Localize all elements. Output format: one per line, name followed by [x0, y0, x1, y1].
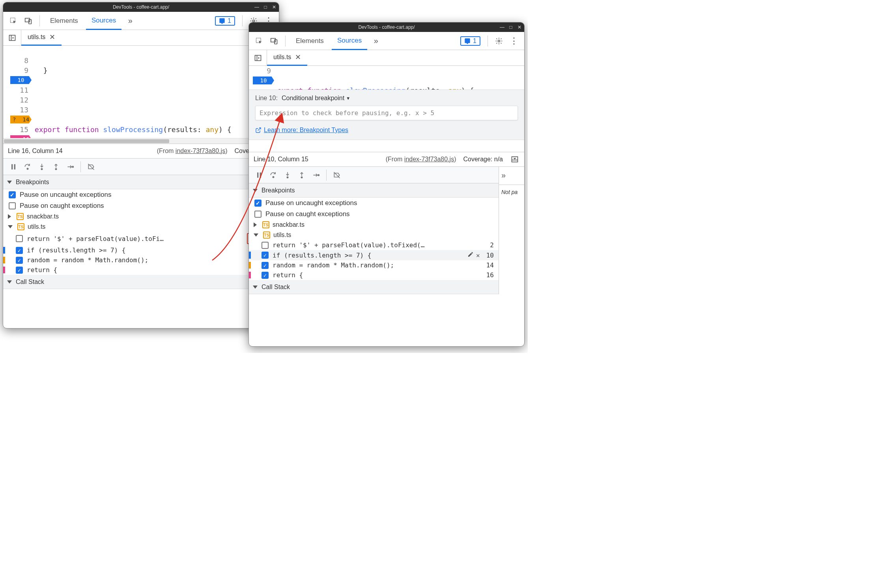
debugger-toolbar [249, 167, 499, 183]
checkbox-icon[interactable] [16, 267, 23, 274]
svg-point-11 [72, 166, 73, 167]
code-line: export function slowProcessing(results: … [35, 125, 279, 134]
edit-breakpoint-button[interactable] [467, 251, 474, 259]
tab-sources[interactable]: Sources [332, 32, 367, 50]
step-over-icon[interactable] [21, 161, 34, 173]
navigator-toggle-icon[interactable] [249, 50, 267, 66]
breakpoint-file-snackbar[interactable]: TSsnackbar.ts [3, 211, 279, 222]
breakpoint-item[interactable]: return '$' + parseFloat(value).toFixed(…… [249, 240, 499, 250]
callstack-header[interactable]: Call Stack [3, 275, 279, 289]
bp-type-dropdown[interactable]: Conditional breakpoint ▼ [282, 95, 350, 102]
step-icon[interactable] [310, 169, 322, 181]
code-editor[interactable]: 8 9 10 11 12 13 ? 14 15 ‥ 16 } export fu… [3, 46, 279, 138]
breakpoint-item[interactable]: random = random * Math.random();14 [249, 260, 499, 270]
step-out-icon[interactable] [50, 161, 62, 173]
tab-elements[interactable]: Elements [45, 12, 84, 30]
line-number[interactable]: 11 [20, 86, 28, 94]
pause-icon[interactable] [7, 161, 20, 173]
breakpoint-marker[interactable]: 10 [18, 77, 24, 83]
line-number[interactable]: 8 [24, 56, 28, 65]
titlebar[interactable]: DevTools - coffee-cart.app/ — □ ✕ [3, 2, 279, 12]
device-toggle-icon[interactable] [22, 15, 35, 27]
breakpoint-item[interactable]: return '$' + parseFloat(value).toFi… ✕ 2 [3, 232, 279, 245]
close-button[interactable]: ✕ [272, 4, 276, 10]
checkbox-icon[interactable] [9, 191, 16, 198]
minimize-button[interactable]: — [254, 4, 259, 10]
breakpoint-file-utils[interactable]: TSutils.ts [3, 222, 279, 232]
pause-caught-option[interactable]: Pause on caught exceptions [3, 200, 279, 211]
bp-condition-input[interactable]: Expression to check before pausing, e.g.… [255, 106, 518, 120]
collapse-icon[interactable] [510, 153, 519, 166]
breakpoint-item[interactable]: return {16 [3, 265, 279, 275]
breakpoint-marker[interactable]: 10 [260, 77, 267, 84]
source-link[interactable]: index-73f73a80.js [404, 156, 454, 162]
breakpoint-file-snackbar[interactable]: TSsnackbar.ts [249, 220, 499, 230]
pause-caught-option[interactable]: Pause on caught exceptions [249, 209, 499, 220]
line-number[interactable]: 12 [20, 96, 28, 104]
issues-badge[interactable]: 1 [460, 36, 480, 46]
kebab-icon[interactable]: ⋮ [508, 35, 520, 47]
line-number[interactable]: 15 [20, 125, 28, 134]
checkbox-icon[interactable] [262, 252, 269, 259]
breakpoint-file-utils[interactable]: TSutils.ts [249, 230, 499, 240]
breakpoint-item[interactable]: return {16 [249, 270, 499, 280]
maximize-button[interactable]: □ [263, 4, 268, 10]
source-link[interactable]: index-73f73a80.js [176, 147, 225, 154]
callstack-header[interactable]: Call Stack [249, 280, 499, 294]
tab-sources[interactable]: Sources [86, 12, 121, 30]
svg-point-23 [273, 176, 274, 177]
navigator-toggle-icon[interactable] [3, 30, 21, 46]
checkbox-icon[interactable] [262, 242, 269, 249]
minimize-button[interactable]: — [500, 24, 504, 30]
file-tab-utils[interactable]: utils.ts✕ [267, 50, 307, 66]
horizontal-scrollbar[interactable] [3, 138, 279, 144]
checkbox-icon[interactable] [16, 257, 23, 264]
breakpoint-item[interactable]: if (results.length >= 7) {10 [3, 245, 279, 255]
pause-uncaught-option[interactable]: Pause on uncaught exceptions [3, 189, 279, 200]
step-into-icon[interactable] [281, 169, 294, 181]
file-tab-utils[interactable]: utils.ts ✕ [21, 30, 62, 46]
issues-badge[interactable]: 1 [215, 16, 235, 26]
checkbox-icon[interactable] [254, 211, 262, 218]
breakpoints-header[interactable]: Breakpoints [249, 183, 499, 198]
inspect-icon[interactable] [7, 15, 20, 27]
more-tabs-icon[interactable]: » [370, 35, 382, 47]
learn-more-link[interactable]: Learn more: Breakpoint Types [255, 127, 348, 134]
code-editor[interactable]: 9 10 export function slowProcessing(resu… [249, 66, 524, 90]
device-toggle-icon[interactable] [268, 35, 280, 47]
maximize-button[interactable]: □ [508, 24, 513, 30]
close-button[interactable]: ✕ [517, 24, 522, 30]
checkbox-icon[interactable] [254, 200, 262, 207]
step-over-icon[interactable] [267, 169, 280, 181]
checkbox-icon[interactable] [16, 235, 23, 242]
step-out-icon[interactable] [295, 169, 308, 181]
inspect-icon[interactable] [253, 35, 265, 47]
deactivate-breakpoints-icon[interactable] [331, 169, 343, 181]
checkbox-icon[interactable] [262, 272, 269, 279]
titlebar[interactable]: DevTools - coffee-cart.app/ — □ ✕ [249, 22, 524, 32]
checkbox-icon[interactable] [16, 247, 23, 254]
pause-uncaught-option[interactable]: Pause on uncaught exceptions [249, 198, 499, 209]
conditional-breakpoint-marker[interactable]: ? 14 [13, 116, 29, 123]
line-number[interactable]: 13 [20, 106, 28, 114]
step-icon[interactable] [64, 161, 77, 173]
line-number[interactable]: 9 [24, 66, 28, 75]
more-tabs-icon[interactable]: » [124, 15, 136, 27]
step-into-icon[interactable] [35, 161, 48, 173]
svg-rect-21 [257, 172, 258, 177]
checkbox-icon[interactable] [262, 262, 269, 269]
close-icon[interactable]: ✕ [49, 33, 55, 41]
remove-breakpoint-button[interactable]: ✕ [476, 252, 480, 259]
pause-icon[interactable] [253, 169, 265, 181]
tab-elements[interactable]: Elements [290, 32, 329, 50]
gear-icon[interactable] [493, 35, 505, 47]
checkbox-icon[interactable] [9, 202, 16, 209]
breakpoint-item[interactable]: if (results.length >= 7) {✕10 [249, 250, 499, 260]
close-icon[interactable]: ✕ [295, 53, 301, 62]
line-number[interactable]: 9 [267, 67, 271, 75]
svg-point-16 [498, 40, 500, 42]
more-panels-icon[interactable]: » [501, 171, 522, 180]
breakpoint-item[interactable]: random = random * Math.random();14 [3, 255, 279, 265]
deactivate-breakpoints-icon[interactable] [85, 161, 97, 173]
breakpoints-header[interactable]: Breakpoints [3, 175, 279, 189]
